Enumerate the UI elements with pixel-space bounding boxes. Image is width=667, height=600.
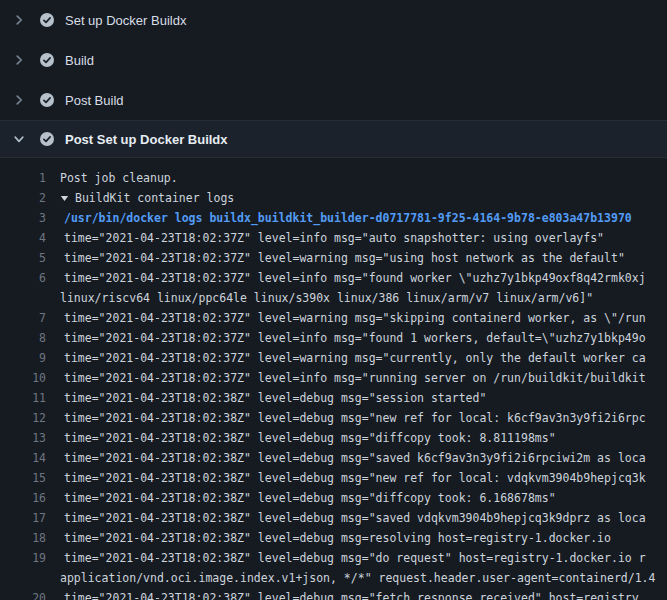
log-line-text: time="2021-04-23T18:02:38Z" level=debug … (46, 508, 667, 528)
log-line: 15time="2021-04-23T18:02:38Z" level=debu… (0, 468, 667, 488)
log-line-number[interactable]: 8 (0, 328, 46, 348)
log-line-number[interactable]: 9 (0, 348, 46, 368)
log-line-text: time="2021-04-23T18:02:37Z" level=info m… (46, 328, 667, 348)
log-line-text: time="2021-04-23T18:02:38Z" level=debug … (46, 388, 667, 408)
check-circle-icon (39, 12, 55, 28)
log-line-text: time="2021-04-23T18:02:38Z" level=debug … (46, 428, 667, 448)
chevron-right-icon (13, 94, 25, 106)
log-line-number[interactable]: 11 (0, 388, 46, 408)
log-line-text: linux/riscv64 linux/ppc64le linux/s390x … (46, 288, 667, 308)
step-status-check (39, 131, 55, 147)
log-line: 19time="2021-04-23T18:02:38Z" level=debu… (0, 548, 667, 568)
log-line-text: time="2021-04-23T18:02:38Z" level=debug … (46, 408, 667, 428)
log-line: 9time="2021-04-23T18:02:37Z" level=warni… (0, 348, 667, 368)
log-line-number[interactable]: 14 (0, 448, 46, 468)
log-line: 14time="2021-04-23T18:02:38Z" level=debu… (0, 448, 667, 468)
log-line-text: application/vnd.oci.image.index.v1+json,… (46, 568, 667, 588)
chevron-down-icon (13, 133, 25, 145)
log-line-number[interactable] (0, 288, 46, 308)
group-toggle-triangle-icon (60, 194, 69, 203)
log-line: 2BuildKit container logs (0, 188, 667, 208)
chevron-right-wrap (12, 94, 26, 106)
chevron-right-wrap (12, 14, 26, 26)
log-line: 8time="2021-04-23T18:02:37Z" level=info … (0, 328, 667, 348)
log-line-number[interactable]: 17 (0, 508, 46, 528)
log-line: linux/riscv64 linux/ppc64le linux/s390x … (0, 288, 667, 308)
log-line: 5time="2021-04-23T18:02:37Z" level=warni… (0, 248, 667, 268)
log-line: 4time="2021-04-23T18:02:37Z" level=info … (0, 228, 667, 248)
step-label: Build (65, 53, 94, 68)
log-line-number[interactable]: 16 (0, 488, 46, 508)
chevron-right-wrap (12, 54, 26, 66)
log-line-number[interactable]: 4 (0, 228, 46, 248)
actions-log-viewer: { "colors": { "background": "#161b22", "… (0, 0, 667, 600)
log-line-text: time="2021-04-23T18:02:37Z" level=info m… (46, 228, 667, 248)
log-group-label: BuildKit container logs (75, 188, 234, 208)
log-line-text: time="2021-04-23T18:02:38Z" level=debug … (46, 548, 667, 568)
log-line-number[interactable]: 10 (0, 368, 46, 388)
step-header-build[interactable]: Build (0, 40, 667, 80)
group-toggle-triangle (60, 194, 69, 203)
log-line-text: time="2021-04-23T18:02:37Z" level=info m… (46, 368, 667, 388)
step-status-check (39, 12, 55, 28)
log-line: 1Post job cleanup. (0, 168, 667, 188)
log-line-text: time="2021-04-23T18:02:37Z" level=warnin… (46, 348, 667, 368)
log-line-number[interactable]: 15 (0, 468, 46, 488)
log-line-text: time="2021-04-23T18:02:38Z" level=debug … (46, 448, 667, 468)
step-header-post-build[interactable]: Post Build (0, 80, 667, 120)
step-status-check (39, 52, 55, 68)
log-line: 12time="2021-04-23T18:02:38Z" level=debu… (0, 408, 667, 428)
log-line-text: time="2021-04-23T18:02:37Z" level=warnin… (46, 308, 667, 328)
chevron-down-wrap (12, 133, 26, 145)
log-command-text: /usr/bin/docker logs buildx_buildkit_bui… (46, 208, 667, 228)
log-line-number[interactable]: 5 (0, 248, 46, 268)
log-line-text: time="2021-04-23T18:02:37Z" level=warnin… (46, 248, 667, 268)
log-line-text: time="2021-04-23T18:02:38Z" level=debug … (46, 588, 667, 600)
log-line: 6time="2021-04-23T18:02:37Z" level=info … (0, 268, 667, 288)
log-line-number[interactable]: 13 (0, 428, 46, 448)
log-line-number[interactable]: 6 (0, 268, 46, 288)
log-line: 11time="2021-04-23T18:02:38Z" level=debu… (0, 388, 667, 408)
step-label: Post Set up Docker Buildx (65, 132, 228, 147)
log-line-text: time="2021-04-23T18:02:38Z" level=debug … (46, 528, 667, 548)
log-line: 7time="2021-04-23T18:02:37Z" level=warni… (0, 308, 667, 328)
log-line: 16time="2021-04-23T18:02:38Z" level=debu… (0, 488, 667, 508)
check-circle-icon (39, 92, 55, 108)
log-body: 1Post job cleanup.2BuildKit container lo… (0, 158, 667, 600)
log-line: 20time="2021-04-23T18:02:38Z" level=debu… (0, 588, 667, 600)
log-line-number[interactable]: 3 (0, 208, 46, 228)
log-line: 13time="2021-04-23T18:02:38Z" level=debu… (0, 428, 667, 448)
step-header-set-up-docker-buildx[interactable]: Set up Docker Buildx (0, 0, 667, 40)
step-status-check (39, 92, 55, 108)
log-line-number[interactable]: 2 (0, 188, 46, 208)
check-circle-icon (39, 131, 55, 147)
log-line-number[interactable]: 7 (0, 308, 46, 328)
log-line: 18time="2021-04-23T18:02:38Z" level=debu… (0, 528, 667, 548)
log-line: 3/usr/bin/docker logs buildx_buildkit_bu… (0, 208, 667, 228)
step-label: Set up Docker Buildx (65, 13, 186, 28)
log-line-number[interactable]: 20 (0, 588, 46, 600)
log-line-text: time="2021-04-23T18:02:38Z" level=debug … (46, 468, 667, 488)
check-circle-icon (39, 52, 55, 68)
log-line-number[interactable] (0, 568, 46, 588)
step-header-post-set-up-docker-buildx[interactable]: Post Set up Docker Buildx (0, 120, 667, 158)
log-line-number[interactable]: 1 (0, 168, 46, 188)
steps-list: Set up Docker BuildxBuildPost BuildPost … (0, 0, 667, 158)
log-line-text: time="2021-04-23T18:02:37Z" level=info m… (46, 268, 667, 288)
log-group-toggle[interactable]: BuildKit container logs (46, 188, 667, 208)
log-line-text: Post job cleanup. (46, 168, 667, 188)
log-line-text: time="2021-04-23T18:02:38Z" level=debug … (46, 488, 667, 508)
log-line: 17time="2021-04-23T18:02:38Z" level=debu… (0, 508, 667, 528)
chevron-right-icon (13, 14, 25, 26)
log-line-number[interactable]: 19 (0, 548, 46, 568)
log-line-number[interactable]: 12 (0, 408, 46, 428)
step-label: Post Build (65, 93, 124, 108)
log-line: 10time="2021-04-23T18:02:37Z" level=info… (0, 368, 667, 388)
chevron-right-icon (13, 54, 25, 66)
log-line-number[interactable]: 18 (0, 528, 46, 548)
log-line: application/vnd.oci.image.index.v1+json,… (0, 568, 667, 588)
